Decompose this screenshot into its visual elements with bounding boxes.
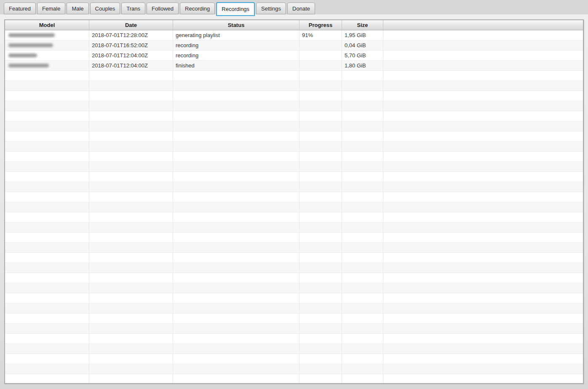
table-row[interactable] xyxy=(5,182,583,192)
column-header-status[interactable]: Status xyxy=(173,20,299,30)
cell-empty xyxy=(89,283,173,293)
tab-donate[interactable]: Donate xyxy=(287,3,315,14)
cell-empty xyxy=(342,263,383,273)
cell-empty xyxy=(342,223,383,232)
cell-status: finished xyxy=(173,61,299,70)
tab-female[interactable]: Female xyxy=(37,3,65,14)
cell-empty xyxy=(299,212,342,222)
cell-empty xyxy=(5,152,89,161)
table-row[interactable] xyxy=(5,354,583,364)
cell-empty xyxy=(5,273,89,283)
cell-empty xyxy=(342,283,383,293)
table-row[interactable] xyxy=(5,293,583,303)
table-row[interactable]: 2018-07-01T12:04:00Zrecording5,70 GiB xyxy=(5,51,583,61)
cell-empty xyxy=(173,212,299,222)
table-row[interactable]: 2018-07-01T12:28:00Zgenerating playlist9… xyxy=(5,30,583,40)
cell-empty xyxy=(173,202,299,212)
cell-size: 1,80 GiB xyxy=(342,61,383,70)
table-row[interactable] xyxy=(5,142,583,152)
tab-couples[interactable]: Couples xyxy=(90,3,120,14)
table-row[interactable]: 2018-07-01T16:52:00Zrecording0,04 GiB xyxy=(5,40,583,51)
table-row[interactable] xyxy=(5,314,583,324)
cell-size: 1,95 GiB xyxy=(342,30,383,40)
table-row[interactable] xyxy=(5,192,583,202)
table-row[interactable] xyxy=(5,121,583,131)
column-header-size[interactable]: Size xyxy=(342,20,383,30)
cell-filler xyxy=(383,51,583,60)
cell-empty xyxy=(173,192,299,202)
cell-empty xyxy=(342,293,383,303)
table-row[interactable] xyxy=(5,334,583,344)
tab-male[interactable]: Male xyxy=(67,3,88,14)
cell-empty xyxy=(299,293,342,303)
table-row[interactable] xyxy=(5,81,583,91)
table-row[interactable] xyxy=(5,273,583,283)
cell-filler xyxy=(383,71,583,80)
table-row[interactable] xyxy=(5,324,583,334)
cell-empty xyxy=(173,233,299,242)
cell-empty xyxy=(5,263,89,273)
table-row[interactable] xyxy=(5,253,583,263)
table-row[interactable] xyxy=(5,374,583,383)
table-row[interactable] xyxy=(5,152,583,162)
table-row[interactable] xyxy=(5,243,583,253)
table-row[interactable] xyxy=(5,233,583,243)
table-row[interactable] xyxy=(5,202,583,212)
column-header-filler xyxy=(383,20,583,30)
cell-empty xyxy=(299,233,342,242)
cell-empty xyxy=(173,243,299,252)
table-row[interactable] xyxy=(5,91,583,101)
cell-filler xyxy=(383,243,583,252)
cell-filler xyxy=(383,253,583,263)
cell-empty xyxy=(173,111,299,121)
table-row[interactable] xyxy=(5,162,583,172)
column-header-model[interactable]: Model xyxy=(5,20,89,30)
cell-empty xyxy=(342,192,383,202)
cell-empty xyxy=(299,172,342,182)
tab-followed[interactable]: Followed xyxy=(147,3,179,14)
table-row[interactable] xyxy=(5,111,583,121)
cell-empty xyxy=(342,121,383,131)
cell-empty xyxy=(89,192,173,202)
cell-empty xyxy=(89,233,173,242)
cell-empty xyxy=(299,71,342,80)
cell-empty xyxy=(89,263,173,273)
column-header-date[interactable]: Date xyxy=(89,20,173,30)
cell-filler xyxy=(383,233,583,242)
tab-recordings[interactable]: Recordings xyxy=(216,2,255,16)
table-row[interactable] xyxy=(5,101,583,111)
table-row[interactable] xyxy=(5,212,583,223)
cell-empty xyxy=(89,111,173,121)
cell-empty xyxy=(299,253,342,263)
cell-filler xyxy=(383,202,583,212)
table-row[interactable] xyxy=(5,364,583,374)
cell-empty xyxy=(173,142,299,151)
cell-filler xyxy=(383,192,583,202)
tab-recording[interactable]: Recording xyxy=(180,3,215,14)
cell-empty xyxy=(5,324,89,333)
table-row[interactable] xyxy=(5,71,583,81)
table-row[interactable] xyxy=(5,223,583,233)
cell-empty xyxy=(173,344,299,354)
cell-empty xyxy=(342,334,383,343)
table-row[interactable] xyxy=(5,344,583,354)
table-row[interactable] xyxy=(5,131,583,142)
table-row[interactable] xyxy=(5,263,583,273)
cell-date: 2018-07-01T12:04:00Z xyxy=(89,61,173,70)
table-row[interactable]: 2018-07-01T12:04:00Zfinished1,80 GiB xyxy=(5,61,583,71)
content-pane: ModelDateStatusProgressSize 2018-07-01T1… xyxy=(0,14,588,389)
tab-settings[interactable]: Settings xyxy=(256,3,286,14)
cell-empty xyxy=(342,233,383,242)
cell-filler xyxy=(383,263,583,273)
cell-empty xyxy=(89,121,173,131)
tab-featured[interactable]: Featured xyxy=(4,3,36,14)
table-row[interactable] xyxy=(5,172,583,182)
cell-empty xyxy=(299,101,342,111)
tab-trans[interactable]: Trans xyxy=(121,3,145,14)
cell-empty xyxy=(299,243,342,252)
table-row[interactable] xyxy=(5,303,583,314)
cell-filler xyxy=(383,30,583,40)
column-header-progress[interactable]: Progress xyxy=(299,20,342,30)
table-row[interactable] xyxy=(5,283,583,293)
cell-empty xyxy=(5,182,89,192)
